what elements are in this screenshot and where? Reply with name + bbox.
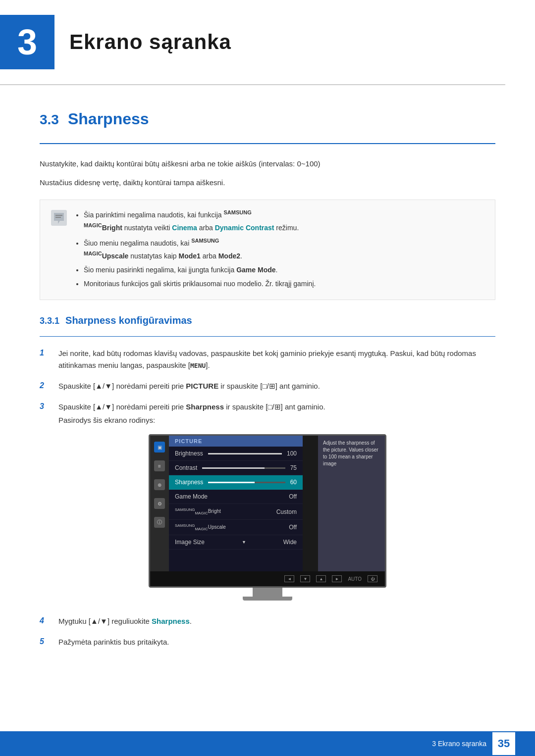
step-number-2: 2 (40, 381, 51, 390)
monitor-base (243, 597, 292, 601)
sub-section-title: Sharpness konfigūravimas (65, 315, 192, 326)
menu-panel: PICTURE Brightness 100 Contrast 75 (169, 436, 303, 571)
step-sub-3: Pasirodys šis ekrano rodinys: (58, 416, 325, 424)
sub-section-heading: 3.3.1 Sharpness konfigūravimas (40, 315, 495, 326)
steps-list: 1 Jei norite, kad būtų rodomas klavišų v… (40, 348, 495, 424)
monitor-container: ▣ ≡ ⊕ ⚙ ⓘ PICTURE Brightness (40, 434, 495, 601)
step-4: 4 Mygtuku [▲/▼] reguliuokite Sharpness. (40, 615, 495, 627)
menu-title: PICTURE (169, 436, 303, 447)
section-title: Sharpness (68, 110, 149, 128)
menu-item-magicbright: SAMSUNGMAGICBright Custom (169, 504, 303, 519)
step-number-4: 4 (40, 616, 51, 625)
sidebar-icon-display: ▣ (154, 442, 165, 453)
bottom-btn-down: ▼ (300, 575, 310, 582)
monitor-bottom-bar: ◄ ▼ ▲ ► AUTO ⏻ (150, 571, 385, 586)
intro-text-1: Nustatykite, kad daiktų kontūrai būtų ai… (40, 158, 495, 170)
content-area: 3.3 Sharpness Nustatykite, kad daiktų ko… (0, 85, 535, 687)
sidebar-icon-gear: ⚙ (154, 498, 165, 509)
footer-chapter-ref: 3 Ekrano sąranka (432, 740, 486, 748)
menu-items: Brightness 100 Contrast 75 Sharpness (169, 447, 303, 550)
chapter-number: 3 (0, 15, 54, 69)
note-item-1: Šia parinktimi negalima naudotis, kai fu… (84, 208, 316, 234)
menu-item-magicupscale: SAMSUNGMAGICUpscale Off (169, 520, 303, 535)
menu-item-sharpness: Sharpness 60 (169, 475, 303, 490)
step-text-3: Spauskite [▲/▼] norėdami pereiti prie Sh… (58, 403, 325, 411)
section-number: 3.3 (40, 112, 59, 128)
sub-section-number: 3.3.1 (40, 316, 59, 326)
note-item-2: Šiuo meniu negalima naudotis, kai SAMSUN… (84, 236, 316, 262)
monitor-sidebar: ▣ ≡ ⊕ ⚙ ⓘ (150, 436, 169, 571)
page-footer: 3 Ekrano sąranka 35 (0, 731, 535, 756)
step-5: 5 Pažymėta parinktis bus pritaikyta. (40, 636, 495, 648)
tooltip-box: Adjust the sharpness of the picture. Val… (318, 436, 385, 571)
menu-item-imagesize: Image Size ▼ Wide (169, 535, 303, 550)
section-rule (40, 143, 495, 144)
steps-list-2: 4 Mygtuku [▲/▼] reguliuokite Sharpness. … (40, 615, 495, 648)
bottom-btn-left: ◄ (284, 575, 294, 582)
bottom-btn-up: ▲ (316, 575, 326, 582)
step-number-3: 3 (40, 402, 51, 411)
note-bullets: Šia parinktimi negalima naudotis, kai fu… (75, 208, 316, 292)
step-text-3-wrapper: Spauskite [▲/▼] norėdami pereiti prie Sh… (58, 401, 325, 424)
note-item-4: Monitoriaus funkcijos gali skirtis prikl… (84, 278, 316, 290)
sidebar-icon-arrows: ⊕ (154, 479, 165, 490)
menu-item-gamemode: Game Mode Off (169, 490, 303, 504)
monitor-wrapper: ▣ ≡ ⊕ ⚙ ⓘ PICTURE Brightness (149, 434, 386, 601)
menu-item-brightness: Brightness 100 (169, 447, 303, 461)
step-3: 3 Spauskite [▲/▼] norėdami pereiti prie … (40, 401, 495, 424)
chapter-header: 3 Ekrano sąranka (0, 0, 535, 84)
step-number-5: 5 (40, 637, 51, 646)
sidebar-icon-info: ⓘ (154, 517, 165, 528)
page: 3 Ekrano sąranka 3.3 Sharpness Nustatyki… (0, 0, 535, 756)
step-text-1: Jei norite, kad būtų rodomas klavišų vad… (58, 348, 495, 371)
bottom-btn-power: ⏻ (368, 575, 377, 582)
section-heading: 3.3 Sharpness (40, 110, 495, 128)
note-icon (50, 209, 68, 227)
step-number-1: 1 (40, 349, 51, 357)
monitor-screen: ▣ ≡ ⊕ ⚙ ⓘ PICTURE Brightness (149, 434, 386, 588)
bottom-btn-right: ► (332, 575, 342, 582)
step-text-5: Pažymėta parinktis bus pritaikyta. (58, 636, 169, 648)
sub-section-rule (40, 336, 495, 337)
sidebar-icon-lines: ≡ (154, 460, 165, 471)
step-2: 2 Spauskite [▲/▼] norėdami pereiti prie … (40, 380, 495, 392)
footer-page-number: 35 (492, 732, 515, 755)
intro-text-2: Nustačius didesnę vertę, daiktų kontūrai… (40, 177, 495, 189)
step-text-2: Spauskite [▲/▼] norėdami pereiti prie PI… (58, 380, 320, 392)
bottom-label-auto: AUTO (348, 576, 362, 582)
monitor-stand (253, 588, 282, 597)
note-box: Šia parinktimi negalima naudotis, kai fu… (40, 200, 495, 300)
chapter-title: Ekrano sąranka (69, 30, 231, 54)
menu-item-contrast: Contrast 75 (169, 461, 303, 475)
note-item-3: Šio meniu pasirinkti negalima, kai įjung… (84, 264, 316, 276)
step-1: 1 Jei norite, kad būtų rodomas klavišų v… (40, 348, 495, 371)
step-text-4: Mygtuku [▲/▼] reguliuokite Sharpness. (58, 615, 192, 627)
